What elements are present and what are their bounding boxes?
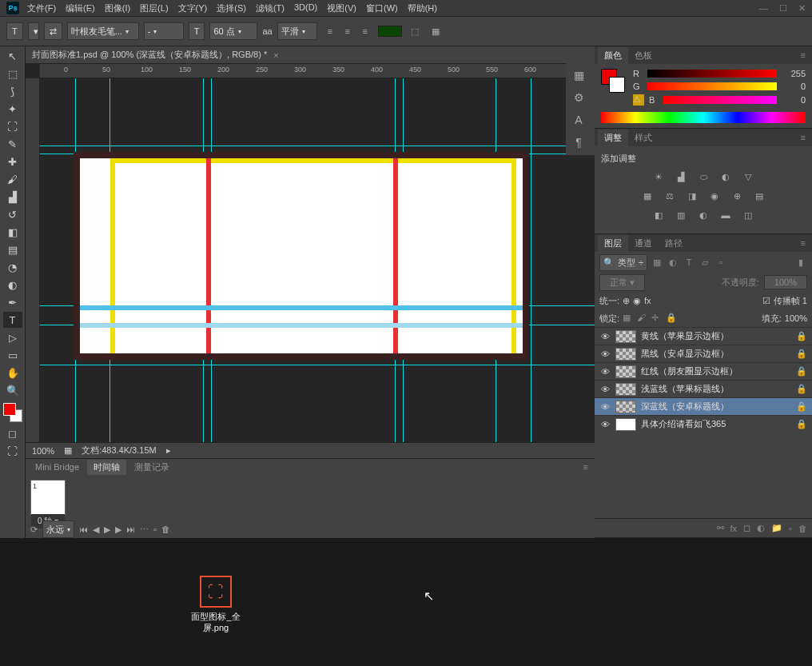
new-layer-icon[interactable]: ▫ <box>789 524 792 533</box>
font-size-dropdown[interactable]: 60 点▾ <box>209 22 257 40</box>
tab-timeline[interactable]: 时间轴 <box>87 460 126 475</box>
layer-row[interactable]: 👁 深蓝线（安卓标题线） 🔒 <box>595 397 812 415</box>
b-slider[interactable] <box>663 96 777 104</box>
text-color-swatch[interactable] <box>378 26 402 37</box>
antialias-dropdown[interactable]: 平滑▾ <box>277 22 317 40</box>
magic-wand-tool[interactable]: ✦ <box>3 101 22 117</box>
stamp-tool[interactable]: ▟ <box>3 189 22 205</box>
font-family-dropdown[interactable]: 叶根友毛笔...▾ <box>67 22 139 40</box>
hand-tool[interactable]: ✋ <box>3 365 22 381</box>
new-group-icon[interactable]: 📁 <box>771 523 782 533</box>
minimize-icon[interactable]: — <box>759 3 768 14</box>
history-brush-tool[interactable]: ↺ <box>3 206 22 222</box>
photofilter-icon[interactable]: ◉ <box>707 189 722 203</box>
gradient-tool[interactable]: ▤ <box>3 241 22 257</box>
layer-thumb[interactable] <box>615 383 636 396</box>
g-value[interactable]: 0 <box>782 82 806 91</box>
lock-icon[interactable]: 🔒 <box>796 384 807 394</box>
menu-select[interactable]: 选择(S) <box>217 2 246 14</box>
visibility-icon[interactable]: 👁 <box>599 349 611 360</box>
loop-icon[interactable]: ⟳ <box>30 524 38 535</box>
guide[interactable] <box>40 365 595 365</box>
vibrance-icon[interactable]: ▽ <box>741 169 755 184</box>
layer-name[interactable]: 具体介绍请看如飞365 <box>641 418 791 430</box>
unify-style-icon[interactable]: fx <box>644 296 651 305</box>
tab-channels[interactable]: 通道 <box>628 235 659 252</box>
balance-icon[interactable]: ⚖ <box>663 189 677 203</box>
lock-position-icon[interactable]: ✛ <box>651 313 663 324</box>
type-tool[interactable]: T <box>3 312 22 328</box>
lock-transparent-icon[interactable]: ▦ <box>623 313 634 324</box>
lock-icon[interactable]: 🔒 <box>796 401 807 412</box>
hue-icon[interactable]: ▦ <box>640 189 655 203</box>
tab-close-icon[interactable]: × <box>273 50 278 60</box>
color-spectrum[interactable] <box>601 112 806 123</box>
lock-pixels-icon[interactable]: 🖌 <box>637 313 648 324</box>
lock-icon[interactable]: 🔒 <box>796 366 807 377</box>
layer-row[interactable]: 👁 黑线（安卓显示边框） 🔒 <box>595 345 812 362</box>
channelmixer-icon[interactable]: ⊕ <box>730 189 744 203</box>
visibility-icon[interactable]: 👁 <box>599 331 611 342</box>
lock-icon[interactable]: 🔒 <box>796 419 807 429</box>
color-fgbg[interactable] <box>601 69 625 93</box>
quick-mask-icon[interactable]: ◻ <box>3 425 22 441</box>
eyedropper-tool[interactable]: ✎ <box>3 136 22 152</box>
lock-icon[interactable]: 🔒 <box>796 331 807 341</box>
colorlookup-icon[interactable]: ▤ <box>752 189 766 203</box>
link-layers-icon[interactable]: ⚯ <box>717 523 724 533</box>
crop-tool[interactable]: ⛶ <box>3 118 22 134</box>
brightness-icon[interactable]: ☀ <box>651 169 666 184</box>
tab-measure[interactable]: 测量记录 <box>128 460 176 475</box>
g-slider[interactable] <box>647 82 777 90</box>
vertical-ruler[interactable] <box>26 78 40 442</box>
path-select-tool[interactable]: ▷ <box>3 329 22 345</box>
layer-row[interactable]: 👁 红线（朋友圈显示边框） 🔒 <box>595 362 812 380</box>
tab-styles[interactable]: 样式 <box>628 130 659 146</box>
guide[interactable] <box>40 146 595 146</box>
horizontal-ruler[interactable]: 0 50 100 150 200 250 300 350 400 450 500… <box>40 64 595 78</box>
blend-mode-dropdown[interactable]: 正常 ▾ <box>599 274 645 291</box>
menu-filter[interactable]: 滤镜(T) <box>256 2 285 14</box>
character-panel-icon[interactable]: ▦ <box>428 23 444 39</box>
layer-fx-icon[interactable]: fx <box>730 524 738 533</box>
panel-menu-icon[interactable]: ≡ <box>798 238 809 248</box>
orientation-toggle[interactable]: ⇄ <box>44 22 62 40</box>
character-panel-icon[interactable]: A <box>571 112 587 128</box>
close-icon[interactable]: ✕ <box>798 3 806 14</box>
r-value[interactable]: 255 <box>782 69 806 78</box>
panel-menu-icon[interactable]: ≡ <box>798 50 809 60</box>
menu-edit[interactable]: 编辑(E) <box>66 2 95 14</box>
tab-color[interactable]: 颜色 <box>598 47 628 64</box>
status-arrow-icon[interactable]: ▸ <box>166 445 171 456</box>
first-frame-icon[interactable]: ⏮ <box>79 524 88 534</box>
unify-position-icon[interactable]: ⊕ <box>623 296 630 306</box>
layer-row[interactable]: 👁 浅蓝线（苹果标题线） 🔒 <box>595 380 812 397</box>
layer-thumb[interactable] <box>615 330 636 343</box>
layer-thumb[interactable] <box>615 365 636 378</box>
menu-layer[interactable]: 图层(L) <box>140 2 168 14</box>
last-frame-icon[interactable]: ⏭ <box>126 524 135 534</box>
layer-mask-icon[interactable]: ◻ <box>743 523 750 533</box>
document-tab[interactable]: 封面图标准1.psd @ 100% (深蓝线（安卓标题线）, RGB/8) * … <box>26 46 595 64</box>
tab-minibridge[interactable]: Mini Bridge <box>29 461 86 473</box>
layer-name[interactable]: 黄线（苹果显示边框） <box>641 330 791 342</box>
tab-paths[interactable]: 路径 <box>659 235 689 252</box>
filter-pixel-icon[interactable]: ▦ <box>651 256 663 269</box>
lock-icon[interactable]: 🔒 <box>796 349 807 359</box>
warp-text-icon[interactable]: ⬚ <box>407 23 423 39</box>
canvas-viewport[interactable]: 0 50 100 150 200 250 300 350 400 450 500… <box>26 64 595 442</box>
visibility-icon[interactable]: 👁 <box>599 401 611 413</box>
animation-frame[interactable]: 1 0 秒 ▾ <box>30 480 66 515</box>
pen-tool[interactable]: ✒ <box>3 294 22 310</box>
marquee-tool[interactable]: ⬚ <box>3 66 22 82</box>
prev-frame-icon[interactable]: ◀ <box>93 524 99 535</box>
new-frame-icon[interactable]: ▫ <box>153 524 157 534</box>
posterize-icon[interactable]: ▥ <box>674 208 688 222</box>
fill-field[interactable]: 100% <box>785 313 807 323</box>
opacity-field[interactable]: 100% <box>764 275 807 289</box>
screen-mode-icon[interactable]: ⛶ <box>3 443 22 459</box>
canvas[interactable] <box>74 152 529 360</box>
threshold-icon[interactable]: ◐ <box>696 208 710 222</box>
unify-visibility-icon[interactable]: ◉ <box>633 296 641 306</box>
doc-info-icon[interactable]: ▦ <box>64 445 72 456</box>
